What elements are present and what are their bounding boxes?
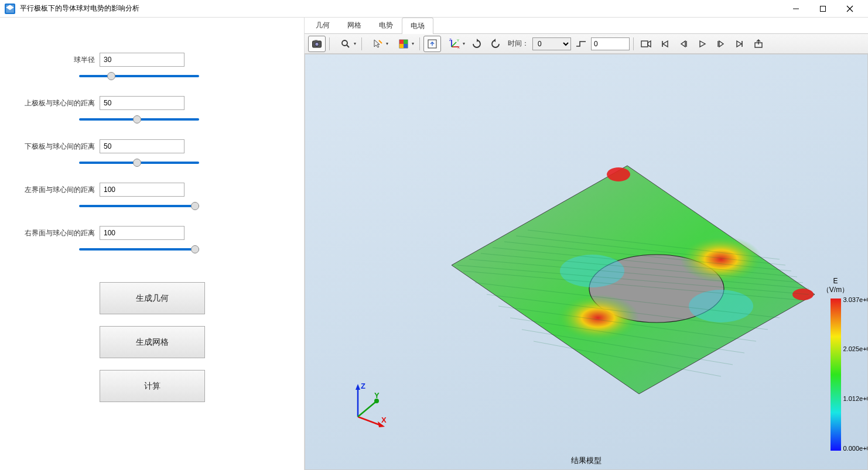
param-label-right: 右界面与球心间的距离 [23,228,100,238]
compute-button[interactable]: 计算 [100,370,205,402]
svg-point-35 [560,255,624,287]
close-button[interactable] [836,0,863,18]
param-slider-left[interactable] [79,205,199,207]
color-legend: E （V/m） 3.037e+01 2.025e+01 1.012e+01 0.… [811,277,860,451]
app-icon [5,4,15,14]
tab-potential[interactable]: 电势 [370,17,402,33]
axis-triad: Z X Y [346,382,393,428]
toolbar-separator [361,37,362,50]
select-dropdown[interactable]: ▾ [365,36,390,52]
param-label-radius: 球半径 [23,55,100,65]
param-input-top[interactable] [100,96,184,110]
legend-tick: 2.025e+01 [843,345,869,352]
svg-line-19 [452,42,456,47]
param-label-left: 左界面与球心间的距离 [23,185,100,195]
svg-marker-52 [356,384,360,390]
sidebar: 球半径 上极板与球心间的距离 下极板与球心间的距离 左界面与球心间的距离 右界面… [0,18,305,470]
frame-input[interactable] [591,37,630,50]
colormap-dropdown[interactable]: ▾ [391,36,416,52]
result-tabs: 几何 网格 电势 电场 [305,18,868,34]
last-frame-button[interactable] [731,36,749,52]
snapshot-button[interactable] [308,36,326,52]
generate-geometry-button[interactable]: 生成几何 [100,282,205,314]
field-visualization [405,142,815,400]
param-slider-radius[interactable] [79,75,199,77]
svg-line-57 [358,402,375,417]
param-slider-right[interactable] [79,248,199,251]
step-function-icon[interactable] [572,36,590,52]
param-slider-bot[interactable] [79,162,199,164]
viewport-footer-label: 结果模型 [571,455,602,466]
svg-point-32 [680,236,762,283]
svg-text:Y: Y [374,391,380,400]
svg-line-9 [347,45,349,47]
legend-bar: 3.037e+01 2.025e+01 1.012e+01 0.000e+00 [831,299,841,451]
tab-geometry[interactable]: 几何 [307,17,339,33]
svg-point-36 [689,290,753,323]
window-title: 平行极板下的导体球对电势的影响分析 [20,4,782,13]
svg-text:Z: Z [361,382,365,390]
svg-rect-13 [404,40,408,44]
toolbar-separator [329,37,330,50]
minimize-button[interactable] [782,0,809,18]
legend-tick: 0.000e+00 [843,445,869,452]
svg-text:X: X [457,46,460,49]
legend-title: E [811,277,860,285]
export-button[interactable] [750,36,767,52]
rotate-cw-button[interactable] [468,36,486,52]
param-input-right[interactable] [100,226,184,240]
param-input-left[interactable] [100,183,184,197]
3d-viewport[interactable]: Z X Y E （V/m） 3.037e+01 2.025e+01 1.012e… [305,54,868,470]
param-input-bot[interactable] [100,139,184,153]
time-select[interactable]: 0 [532,37,571,50]
param-input-radius[interactable] [100,53,184,67]
svg-text:Z: Z [449,39,452,42]
legend-tick: 1.012e+01 [843,395,869,402]
svg-text:X: X [381,416,387,424]
param-label-top: 上极板与球心间的距离 [23,98,100,108]
viewport-toolbar: ▾ ▾ ▾ ZYX▾ 时间： 0 [305,34,868,54]
svg-rect-7 [315,40,317,42]
svg-point-33 [607,167,630,181]
zoom-dropdown[interactable]: ▾ [333,36,358,52]
tab-field[interactable]: 电场 [402,18,433,34]
tab-mesh[interactable]: 网格 [339,17,370,33]
camera-record-button[interactable] [637,36,655,52]
generate-mesh-button[interactable]: 生成网格 [100,326,205,358]
svg-point-31 [557,294,639,341]
svg-line-54 [358,417,381,426]
legend-tick: 3.037e+01 [843,296,869,303]
svg-point-8 [342,40,347,46]
next-frame-button[interactable] [712,36,730,52]
svg-rect-12 [399,40,404,44]
rotate-ccw-button[interactable] [487,36,504,52]
play-button[interactable] [693,36,711,52]
svg-text:Y: Y [457,39,459,42]
axis-dropdown[interactable]: ZYX▾ [442,36,467,52]
time-label: 时间： [508,39,529,49]
toolbar-separator [419,37,420,50]
prev-frame-button[interactable] [675,36,692,52]
param-slider-top[interactable] [79,118,199,121]
svg-rect-14 [399,44,404,48]
fit-view-button[interactable] [423,36,441,52]
first-frame-button[interactable] [656,36,674,52]
titlebar: 平行极板下的导体球对电势的影响分析 [0,0,868,18]
svg-rect-2 [821,6,826,11]
svg-line-10 [379,40,382,43]
toolbar-separator [633,37,634,50]
maximize-button[interactable] [809,0,836,18]
svg-point-6 [315,42,319,46]
legend-unit: （V/m） [811,285,860,295]
param-label-bot: 下极板与球心间的距离 [23,142,100,152]
svg-rect-15 [404,44,408,48]
svg-rect-23 [641,41,648,47]
